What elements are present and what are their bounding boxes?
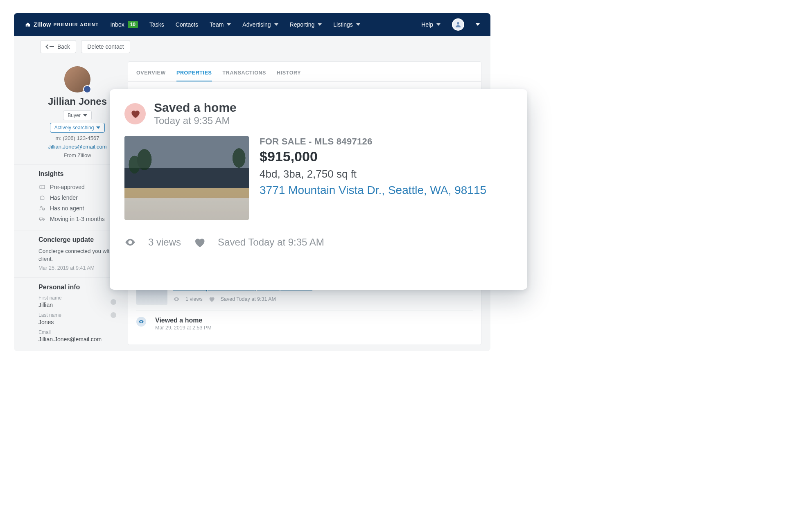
- heart-icon: [193, 236, 206, 248]
- contact-sidebar: Jillian Jones Buyer Actively searching m…: [14, 57, 124, 351]
- no-agent-icon: [38, 205, 46, 212]
- preapproved-icon: [38, 184, 46, 190]
- chevron-down-icon: [356, 23, 360, 26]
- nav-reporting[interactable]: Reporting: [290, 21, 322, 28]
- overlay-footer: 3 views Saved Today at 9:35 AM: [124, 236, 513, 248]
- address-link[interactable]: 3771 Mountain Vista Dr., Seattle, WA, 98…: [260, 184, 513, 197]
- role-select[interactable]: Buyer: [63, 110, 91, 120]
- nav-tasks[interactable]: Tasks: [149, 21, 164, 28]
- chevron-down-icon: [436, 23, 440, 26]
- back-button[interactable]: Back: [40, 40, 76, 53]
- tab-bar: OVERVIEW PROPERTIES TRANSACTIONS HISTORY: [128, 62, 481, 82]
- heart-chip: [124, 103, 146, 124]
- contact-toolbar: Back Delete contact: [14, 36, 490, 57]
- insight-no-agent: Has no agent: [38, 203, 116, 214]
- svg-rect-1: [40, 185, 45, 189]
- brand: Zillow PREMIER AGENT: [25, 21, 99, 28]
- tab-overview[interactable]: OVERVIEW: [136, 67, 166, 81]
- first-name: Jillian: [38, 302, 116, 308]
- nav-team[interactable]: Team: [210, 21, 231, 28]
- heart-icon: [130, 108, 140, 119]
- nav-help[interactable]: Help: [421, 21, 440, 28]
- nav-inbox-label: Inbox: [110, 21, 124, 28]
- zillow-logo-icon: [25, 22, 31, 27]
- insight-lender: Has lender: [38, 192, 116, 203]
- nav-listings[interactable]: Listings: [333, 21, 360, 28]
- svg-point-6: [43, 220, 44, 221]
- chevron-down-icon: [96, 126, 100, 129]
- chevron-down-icon: [318, 23, 322, 26]
- personal-email: Jillian.Jones@email.com: [38, 336, 116, 343]
- lender-icon: [38, 194, 46, 201]
- concierge-date: Mar 25, 2019 at 9:41 AM: [38, 265, 116, 272]
- concierge-title: Concierge update: [38, 236, 116, 243]
- insight-moving: Moving in 1-3 months: [38, 214, 116, 224]
- svg-point-5: [41, 220, 41, 221]
- overlay-title: Saved a home: [154, 101, 237, 114]
- activity-viewed-row: Viewed a home Mar 29, 2019 at 2:53 PM: [136, 311, 473, 336]
- contact-email-link[interactable]: Jillian.Jones@email.com: [48, 144, 106, 150]
- inbox-badge: 10: [128, 21, 138, 28]
- viewed-when: Mar 29, 2019 at 2:53 PM: [155, 325, 212, 331]
- insights-title: Insights: [38, 170, 116, 178]
- back-arrow-icon: [45, 44, 50, 49]
- profile-avatar[interactable]: [452, 18, 464, 31]
- status-select[interactable]: Actively searching: [50, 123, 105, 133]
- svg-point-0: [457, 22, 459, 25]
- price: $915,000: [260, 149, 513, 165]
- listing-photo: [124, 136, 249, 220]
- svg-rect-4: [39, 218, 43, 220]
- svg-point-8: [141, 321, 142, 322]
- viewed-chip: [136, 317, 146, 327]
- chevron-down-icon[interactable]: [476, 23, 480, 26]
- chevron-down-icon: [274, 23, 278, 26]
- contact-phone: m: (206) 123-4567: [38, 135, 116, 141]
- chevron-down-icon: [83, 114, 87, 117]
- eye-icon: [138, 319, 144, 325]
- contact-avatar: [64, 66, 90, 92]
- delete-contact-button[interactable]: Delete contact: [81, 40, 130, 53]
- saved-text: Saved Today at 9:31 AM: [221, 296, 276, 302]
- contact-name: Jillian Jones: [38, 96, 116, 107]
- mls-line: FOR SALE - MLS 8497126: [260, 136, 513, 147]
- concierge-body: Concierge connected you with client. Mar…: [38, 248, 116, 272]
- nav-contacts[interactable]: Contacts: [176, 21, 198, 28]
- overlay-saved: Saved Today at 9:35 AM: [218, 237, 324, 248]
- personal-info: Personal info First name Jillian Last na…: [38, 284, 116, 343]
- saved-home-card: Saved a home Today at 9:35 AM FOR SALE -…: [110, 89, 527, 290]
- svg-point-2: [41, 206, 42, 208]
- specs: 4bd, 3ba, 2,750 sq ft: [260, 168, 513, 180]
- nav-inbox[interactable]: Inbox 10: [110, 21, 138, 28]
- svg-point-7: [176, 299, 177, 300]
- views-text: 1 views: [185, 296, 203, 302]
- person-icon: [454, 21, 462, 28]
- viewed-title: Viewed a home: [155, 317, 212, 324]
- insight-preapproved: Pre-approved: [38, 182, 116, 192]
- overlay-views: 3 views: [148, 237, 181, 248]
- eye-icon: [173, 296, 180, 302]
- insights-list: Pre-approved Has lender Has no agent Mov…: [38, 182, 116, 224]
- chevron-down-icon: [227, 23, 231, 26]
- tab-history[interactable]: HISTORY: [277, 67, 301, 81]
- eye-icon: [124, 237, 136, 248]
- truck-icon: [38, 216, 46, 222]
- overlay-when: Today at 9:35 AM: [154, 115, 237, 126]
- brand-name: Zillow: [34, 21, 51, 28]
- brand-suffix: PREMIER AGENT: [54, 22, 99, 27]
- heart-icon: [208, 296, 215, 302]
- nav-advertising[interactable]: Advertising: [242, 21, 278, 28]
- tab-properties[interactable]: PROPERTIES: [176, 67, 212, 81]
- top-nav: Zillow PREMIER AGENT Inbox 10 Tasks Cont…: [14, 13, 490, 36]
- last-name: Jones: [38, 319, 116, 325]
- svg-point-9: [129, 241, 131, 243]
- contact-source: From Zillow: [38, 152, 116, 158]
- tab-transactions[interactable]: TRANSACTIONS: [223, 67, 267, 81]
